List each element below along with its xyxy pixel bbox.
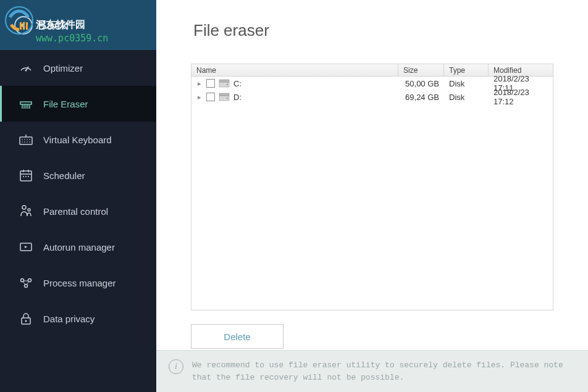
row-checkbox[interactable] [206, 93, 215, 101]
svg-point-20 [27, 141, 28, 143]
svg-point-14 [22, 139, 23, 140]
svg-point-33 [21, 279, 24, 282]
row-name: C: [233, 79, 242, 88]
svg-point-46 [227, 98, 228, 99]
row-checkbox[interactable] [206, 79, 215, 88]
row-size: 69,24 GB [398, 93, 444, 102]
column-header-type[interactable]: Type [444, 64, 489, 76]
sidebar-item-label: Autorun manager [43, 242, 115, 252]
svg-point-5 [25, 70, 27, 72]
main-content: File eraser Name Size Type Modified ▸ C:… [156, 0, 588, 392]
column-header-name[interactable]: Name [191, 64, 398, 76]
svg-line-37 [23, 281, 25, 285]
file-table: Name Size Type Modified ▸ C: 50,00 GB Di… [191, 64, 553, 311]
sidebar-item-process-manager[interactable]: Process manager [0, 265, 156, 301]
svg-point-27 [25, 176, 27, 177]
row-modified: 2018/2/23 17:12 [489, 88, 553, 106]
back-button[interactable]: 河东软件园 www.pc0359.cn Back [0, 0, 156, 50]
table-body: ▸ C: 50,00 GB Disk 2018/2/23 17:11 ▸ [191, 77, 553, 104]
gauge-icon [19, 60, 33, 75]
process-icon [19, 275, 33, 290]
svg-line-38 [27, 281, 29, 285]
page-title: File eraser [156, 0, 588, 40]
row-type: Disk [444, 79, 489, 88]
chevron-right-icon[interactable]: ▸ [196, 80, 203, 88]
sidebar-item-scheduler[interactable]: Scheduler [0, 157, 156, 193]
sidebar-item-label: Data privacy [43, 314, 94, 324]
svg-point-17 [29, 139, 30, 140]
svg-point-18 [22, 141, 23, 143]
sidebar-item-autorun-manager[interactable]: Autorun manager [0, 229, 156, 265]
svg-point-28 [28, 176, 29, 177]
info-icon: i [169, 359, 183, 374]
svg-point-35 [25, 285, 28, 288]
row-size: 50,00 GB [398, 79, 444, 88]
disk-icon [219, 93, 230, 101]
row-name: D: [233, 93, 242, 102]
sidebar-item-label: Process manager [43, 278, 116, 288]
sidebar-item-virtual-keyboard[interactable]: Virtual Keyboard [0, 122, 156, 157]
sidebar-item-optimizer[interactable]: Optimizer [0, 50, 156, 86]
sidebar-item-label: File Eraser [43, 99, 88, 109]
column-header-size[interactable]: Size [398, 64, 444, 76]
svg-point-30 [28, 209, 30, 211]
sidebar-nav: Optimizer File Eraser Virtual Keyboard S… [0, 50, 156, 392]
svg-point-34 [28, 279, 32, 282]
svg-point-16 [27, 139, 28, 140]
sidebar-item-label: Scheduler [43, 170, 85, 181]
svg-marker-32 [25, 246, 27, 248]
svg-rect-42 [219, 80, 229, 82]
watermark-url: www.pc0359.cn [36, 33, 108, 44]
svg-point-19 [24, 141, 25, 143]
autorun-icon [19, 240, 33, 254]
shredder-icon [19, 96, 33, 111]
sidebar-item-label: Optimizer [43, 63, 83, 73]
svg-rect-45 [219, 93, 229, 96]
disk-icon [219, 79, 230, 88]
row-type: Disk [444, 93, 489, 102]
table-row[interactable]: ▸ D: 69,24 GB Disk 2018/2/23 17:12 [191, 90, 553, 104]
sidebar-item-label: Parental control [43, 206, 108, 217]
svg-point-15 [24, 139, 25, 140]
svg-point-40 [25, 320, 27, 322]
lock-icon [19, 311, 33, 326]
delete-button[interactable]: Delete [191, 324, 284, 349]
keyboard-icon [19, 132, 33, 147]
svg-point-21 [29, 141, 30, 143]
back-label: Back [38, 17, 68, 33]
sidebar-item-label: Virtual Keyboard [43, 135, 112, 145]
sidebar-item-data-privacy[interactable]: Data privacy [0, 301, 156, 336]
back-arrow-icon [14, 16, 33, 35]
svg-point-26 [23, 176, 24, 177]
info-bar: i We recommend to use file eraser utilit… [156, 350, 588, 392]
svg-rect-6 [20, 102, 32, 104]
chevron-right-icon[interactable]: ▸ [196, 93, 203, 101]
svg-rect-12 [20, 137, 32, 144]
sidebar-item-file-eraser[interactable]: File Eraser [0, 86, 156, 122]
sidebar-item-parental-control[interactable]: Parental control [0, 193, 156, 229]
info-text: We recommend to use file eraser utility … [192, 359, 576, 383]
svg-point-29 [22, 206, 26, 209]
sidebar: 河东软件园 www.pc0359.cn Back Optimizer File … [0, 0, 156, 392]
family-icon [19, 204, 33, 219]
svg-point-43 [227, 84, 228, 85]
calendar-icon [19, 168, 33, 183]
